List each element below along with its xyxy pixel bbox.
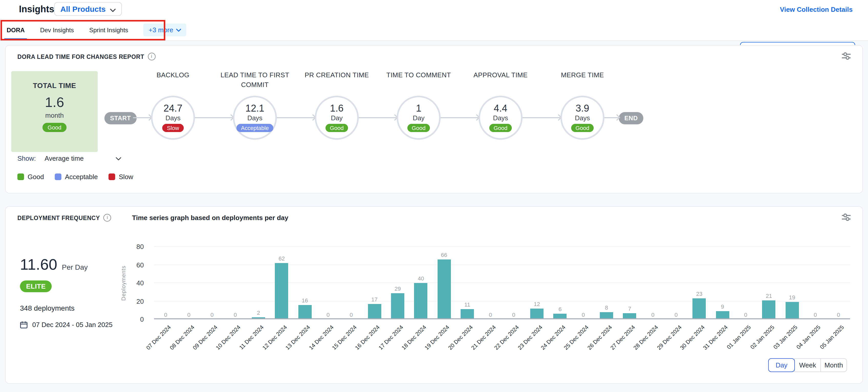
- product-selector[interactable]: All Products: [54, 2, 122, 16]
- total-time-label: TOTAL TIME: [33, 81, 76, 90]
- deployment-card-title: DEPLOYMENT FREQUENCY i: [18, 214, 111, 221]
- bar-value-label: 23: [688, 291, 711, 297]
- flow-arrow: [277, 117, 315, 118]
- stage-value: 4.4: [494, 103, 507, 114]
- granularity-toggle: DayWeekMonth: [768, 358, 847, 372]
- flow-arrow: [523, 117, 560, 118]
- bar-value-label: 7: [619, 305, 641, 311]
- chevron-down-icon[interactable]: [116, 155, 121, 162]
- stage-status-badge: Slow: [162, 124, 184, 132]
- flow-arrow: [133, 117, 151, 118]
- view-collection-details-link[interactable]: View Collection Details: [780, 6, 852, 13]
- y-tick: 60: [136, 261, 144, 269]
- show-label: Show:: [18, 155, 36, 162]
- bar-value-label: 0: [178, 312, 200, 318]
- gridline: [154, 282, 850, 283]
- stage-circle-time-to-comment: 1DayGood: [397, 96, 441, 140]
- gridline: [154, 264, 850, 265]
- bar-17-dec-2024: [391, 293, 404, 319]
- lead-time-card: DORA LEAD TIME FOR CHANGES REPORT i TOTA…: [5, 45, 863, 193]
- info-icon[interactable]: i: [148, 53, 156, 60]
- legend-item-slow: Slow: [108, 173, 133, 181]
- stage-unit: Days: [575, 114, 590, 122]
- bar-30-dec-2024: [693, 298, 706, 319]
- stage-unit: Days: [493, 114, 508, 122]
- product-selector-label: All Products: [60, 5, 106, 13]
- more-tabs-label: +3 more: [149, 26, 173, 34]
- stage-unit: Day: [413, 114, 425, 122]
- bar-value-label: 16: [293, 297, 316, 303]
- flow-arrow: [359, 117, 397, 118]
- bar-value-label: 0: [665, 312, 687, 318]
- stage-label-time-to-comment: TIME TO COMMENT: [375, 70, 462, 80]
- bar-value-label: 0: [735, 312, 757, 318]
- bar-value-label: 21: [758, 293, 780, 299]
- flow-arrow: [441, 117, 478, 118]
- bar-value-label: 0: [479, 312, 502, 318]
- bar-value-label: 62: [271, 255, 293, 262]
- bar-value-label: 11: [456, 302, 478, 308]
- dashboard-page: Insights for All Products View Collectio…: [0, 0, 868, 392]
- y-axis-ticks: 020406080: [125, 247, 149, 319]
- bar-value-label: 6: [549, 306, 571, 312]
- chart-title: Time series graph based on deployments p…: [132, 214, 288, 221]
- bar-value-label: 0: [827, 312, 850, 318]
- show-value-dropdown[interactable]: Average time: [44, 155, 84, 162]
- calendar-icon: [20, 321, 28, 329]
- lead-time-card-title: DORA LEAD TIME FOR CHANGES REPORT i: [18, 53, 156, 60]
- chart-settings-icon[interactable]: [841, 213, 851, 221]
- x-axis-line: [154, 318, 850, 319]
- bar-value-label: 19: [781, 295, 803, 301]
- bar-value-label: 17: [363, 296, 385, 302]
- stage-circle-backlog: 24.7DaysSlow: [151, 96, 195, 140]
- granularity-day[interactable]: Day: [768, 358, 795, 372]
- granularity-week[interactable]: Week: [794, 358, 821, 372]
- flow-arrow: [195, 117, 233, 118]
- elite-tier-badge: ELITE: [20, 280, 52, 292]
- stage-value: 3.9: [576, 103, 589, 114]
- more-tabs-dropdown[interactable]: +3 more: [144, 24, 187, 36]
- stage-status-badge: Good: [325, 124, 348, 132]
- lead-time-flow: START END BACKLOG24.7DaysSlowLEAD TIME T…: [104, 70, 652, 167]
- tabs-row: DORADev InsightsSprint Insights+3 more 0…: [0, 20, 868, 41]
- granularity-month[interactable]: Month: [820, 358, 847, 372]
- bar-value-label: 12: [526, 301, 548, 307]
- deployment-rate-value: 11.60: [20, 256, 57, 273]
- chevron-down-icon: [110, 5, 116, 14]
- deployment-card-title-text: DEPLOYMENT FREQUENCY: [18, 215, 100, 221]
- tab-sprint-insights[interactable]: Sprint Insights: [89, 20, 128, 40]
- stage-status-badge: Good: [489, 124, 512, 132]
- bar-23-dec-2024: [530, 308, 544, 319]
- bar-12-dec-2024: [275, 263, 288, 319]
- bar-19-dec-2024: [437, 260, 451, 319]
- bar-value-label: 8: [595, 304, 618, 311]
- chart-settings-icon[interactable]: [841, 52, 851, 60]
- stage-unit: Days: [247, 114, 262, 122]
- deployment-frequency-card: DEPLOYMENT FREQUENCY i Time series graph…: [5, 206, 863, 384]
- bar-value-label: 0: [340, 312, 363, 318]
- total-time-box: TOTAL TIME 1.6 month Good: [11, 71, 98, 152]
- gridline: [154, 246, 850, 247]
- bar-value-label: 40: [410, 275, 432, 281]
- header: Insights for All Products View Collectio…: [0, 0, 868, 20]
- stage-circle-lead-time-to-first-commit: 12.1DaysAcceptable: [233, 96, 277, 140]
- y-tick: 20: [136, 297, 144, 305]
- legend-swatch: [108, 174, 115, 180]
- stage-label-lead-time-to-first-commit: LEAD TIME TO FIRST COMMIT: [211, 70, 299, 90]
- bar-value-label: 0: [804, 312, 827, 318]
- bar-16-dec-2024: [368, 304, 381, 319]
- bar-18-dec-2024: [414, 283, 428, 319]
- deployments-bar-chart: 0000262160017294066110012608700239021190…: [154, 247, 850, 319]
- flow-end-pill: END: [619, 112, 644, 124]
- bar-03-jan-2025: [785, 302, 799, 319]
- bar-13-dec-2024: [298, 305, 311, 319]
- tab-dora[interactable]: DORA: [7, 20, 25, 40]
- total-time-unit: month: [45, 112, 64, 119]
- stage-label-pr-creation-time: PR CREATION TIME: [293, 70, 380, 80]
- info-icon[interactable]: i: [104, 214, 111, 221]
- stage-value: 1.6: [330, 103, 344, 114]
- deployment-date-range-label: 07 Dec 2024 - 05 Jan 2025: [32, 321, 113, 329]
- stage-label-backlog: BACKLOG: [129, 70, 216, 80]
- legend-item-good: Good: [18, 173, 44, 181]
- tab-dev-insights[interactable]: Dev Insights: [40, 20, 74, 40]
